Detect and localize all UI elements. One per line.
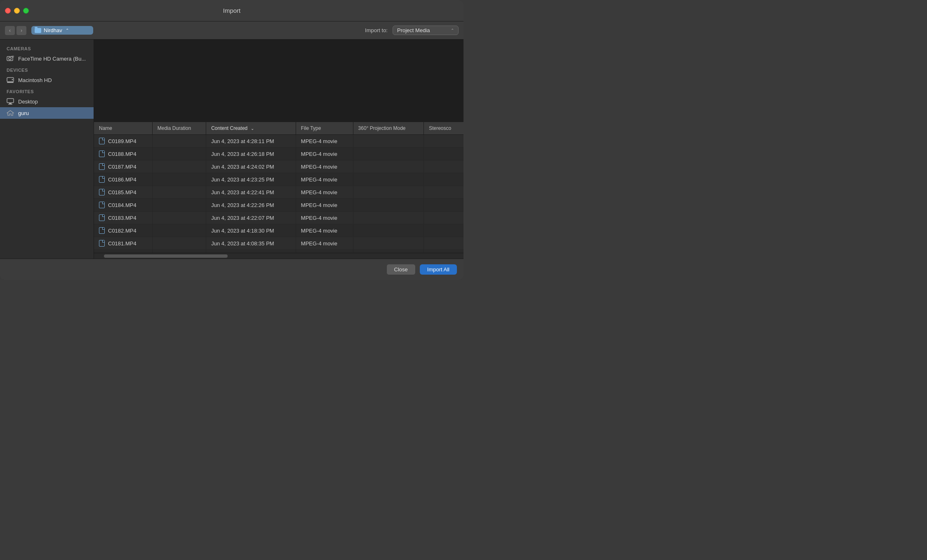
svg-point-5	[12, 79, 13, 80]
col-header-content-created[interactable]: Content Created ⌄	[206, 122, 296, 135]
projection-mode-cell	[353, 199, 424, 212]
media-duration-cell	[152, 186, 206, 199]
window-title: Import	[223, 7, 241, 14]
sidebar-item-facetime-camera[interactable]: FaceTime HD Camera (Bu...	[0, 53, 94, 64]
projection-mode-cell	[353, 224, 424, 237]
projection-mode-cell	[353, 160, 424, 173]
nav-buttons: ‹ ›	[5, 26, 26, 35]
table-row[interactable]: C0183.MP4 Jun 4, 2023 at 4:22:07 PMMPEG-…	[94, 212, 464, 224]
file-type-cell: MPEG-4 movie	[296, 173, 353, 186]
import-all-button[interactable]: Import All	[420, 264, 457, 275]
file-type-cell: MPEG-4 movie	[296, 237, 353, 250]
stereo-cell	[424, 212, 464, 224]
stereo-cell	[424, 237, 464, 250]
sidebar-item-label-guru: guru	[18, 110, 29, 116]
media-duration-cell	[152, 173, 206, 186]
media-duration-cell	[152, 160, 206, 173]
table-row[interactable]: C0182.MP4 Jun 4, 2023 at 4:18:30 PMMPEG-…	[94, 224, 464, 237]
file-type-cell: MPEG-4 movie	[296, 224, 353, 237]
stereo-cell	[424, 148, 464, 160]
file-name-cell: C0187.MP4	[94, 160, 152, 173]
minimize-traffic-light[interactable]	[14, 8, 20, 14]
stereo-cell	[424, 224, 464, 237]
file-name-cell: C0188.MP4	[94, 148, 152, 160]
import-target-selector[interactable]: Project Media ⌃	[393, 26, 459, 35]
file-name-cell: C0182.MP4	[94, 224, 152, 237]
col-header-file-type[interactable]: File Type	[296, 122, 353, 135]
file-name-cell: C0181.MP4	[94, 237, 152, 250]
content-created-cell: Jun 4, 2023 at 4:22:26 PM	[206, 199, 296, 212]
content-created-cell: Jun 4, 2023 at 4:18:30 PM	[206, 224, 296, 237]
maximize-traffic-light[interactable]	[23, 8, 29, 14]
table-row[interactable]: C0188.MP4 Jun 4, 2023 at 4:26:18 PMMPEG-…	[94, 148, 464, 160]
hd-icon	[7, 76, 14, 84]
import-window: Import ‹ › Nirdhav ⌃ Import to: Project …	[0, 0, 464, 280]
file-icon	[99, 189, 105, 195]
file-icon	[99, 214, 105, 221]
file-name-cell: C0183.MP4	[94, 212, 152, 224]
svg-rect-6	[7, 99, 14, 103]
file-name: C0187.MP4	[108, 164, 136, 170]
file-table: Name Media Duration Content Created ⌄ Fi…	[94, 122, 464, 253]
horizontal-scrollbar[interactable]	[94, 253, 464, 259]
stereo-cell	[424, 135, 464, 148]
content-created-cell: Jun 4, 2023 at 4:23:25 PM	[206, 173, 296, 186]
stereo-cell	[424, 160, 464, 173]
sidebar-section-cameras: CAMERAS	[0, 43, 94, 53]
sidebar-item-guru[interactable]: guru	[0, 107, 94, 119]
import-target-text: Project Media	[397, 27, 430, 33]
media-duration-cell	[152, 135, 206, 148]
table-row[interactable]: C0184.MP4 Jun 4, 2023 at 4:22:26 PMMPEG-…	[94, 199, 464, 212]
svg-rect-8	[8, 104, 12, 105]
close-button[interactable]: Close	[386, 264, 416, 275]
table-row[interactable]: C0181.MP4 Jun 4, 2023 at 4:08:35 PMMPEG-…	[94, 237, 464, 250]
file-name: C0182.MP4	[108, 228, 136, 234]
scrollbar-track	[94, 253, 464, 259]
file-name-cell: C0185.MP4	[94, 186, 152, 199]
projection-mode-cell	[353, 135, 424, 148]
sidebar-item-desktop[interactable]: Desktop	[0, 96, 94, 107]
import-to-label: Import to:	[365, 27, 388, 33]
footer: Close Import All	[0, 259, 464, 280]
table-row[interactable]: C0180.MP4 Jun 4, 2023 at 4:08:12 PMMPEG-…	[94, 250, 464, 253]
scrollbar-thumb[interactable]	[104, 254, 228, 258]
file-name: C0181.MP4	[108, 240, 136, 247]
import-target-arrow: ⌃	[451, 28, 454, 33]
file-name-cell: C0180.MP4	[94, 250, 152, 253]
file-name: C0189.MP4	[108, 138, 136, 144]
col-header-stereo[interactable]: Stereosco	[424, 122, 464, 135]
content-created-cell: Jun 4, 2023 at 4:08:12 PM	[206, 250, 296, 253]
svg-rect-4	[7, 82, 14, 83]
table-row[interactable]: C0185.MP4 Jun 4, 2023 at 4:22:41 PMMPEG-…	[94, 186, 464, 199]
home-icon	[7, 109, 14, 117]
sidebar-item-macintosh-hd[interactable]: Macintosh HD	[0, 74, 94, 86]
file-name: C0188.MP4	[108, 151, 136, 157]
sidebar: CAMERAS FaceTime HD Camera (Bu... DEVICE…	[0, 40, 94, 259]
sidebar-item-label-desktop: Desktop	[18, 99, 38, 105]
nav-forward-button[interactable]: ›	[16, 26, 26, 35]
col-header-media-duration[interactable]: Media Duration	[152, 122, 206, 135]
table-row[interactable]: C0187.MP4 Jun 4, 2023 at 4:24:02 PMMPEG-…	[94, 160, 464, 173]
col-header-projection-mode[interactable]: 360° Projection Mode	[353, 122, 424, 135]
folder-selector[interactable]: Nirdhav ⌃	[31, 26, 93, 35]
file-name: C0186.MP4	[108, 176, 136, 183]
preview-area	[94, 40, 464, 122]
table-row[interactable]: C0189.MP4 Jun 4, 2023 at 4:28:11 PMMPEG-…	[94, 135, 464, 148]
main-content: CAMERAS FaceTime HD Camera (Bu... DEVICE…	[0, 40, 464, 259]
stereo-cell	[424, 173, 464, 186]
sidebar-section-favorites: FAVORITES	[0, 86, 94, 96]
nav-back-button[interactable]: ‹	[5, 26, 15, 35]
sidebar-item-label-macintosh: Macintosh HD	[18, 77, 52, 83]
file-list-container[interactable]: Name Media Duration Content Created ⌄ Fi…	[94, 122, 464, 253]
traffic-lights	[5, 8, 29, 14]
col-header-name[interactable]: Name	[94, 122, 152, 135]
file-table-header: Name Media Duration Content Created ⌄ Fi…	[94, 122, 464, 135]
table-row[interactable]: C0186.MP4 Jun 4, 2023 at 4:23:25 PMMPEG-…	[94, 173, 464, 186]
content-created-cell: Jun 4, 2023 at 4:22:41 PM	[206, 186, 296, 199]
file-type-cell: MPEG-4 movie	[296, 199, 353, 212]
desktop-icon	[7, 98, 14, 105]
content-created-cell: Jun 4, 2023 at 4:26:18 PM	[206, 148, 296, 160]
close-traffic-light[interactable]	[5, 8, 11, 14]
file-icon	[99, 240, 105, 247]
content-created-cell: Jun 4, 2023 at 4:28:11 PM	[206, 135, 296, 148]
